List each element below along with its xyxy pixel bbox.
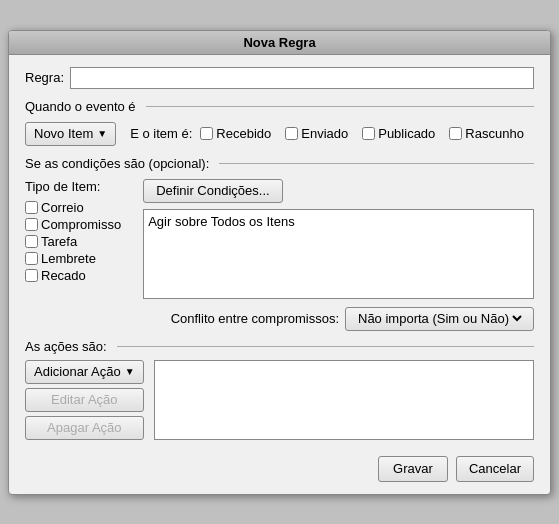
checkbox-rascunho-input[interactable]	[449, 127, 462, 140]
conflict-dropdown[interactable]: Não importa (Sim ou Não) Sim Não	[354, 310, 525, 327]
save-button[interactable]: Gravar	[378, 456, 448, 482]
regra-input[interactable]	[70, 67, 534, 89]
checkbox-publicado[interactable]: Publicado	[362, 126, 435, 141]
conditions-right: Definir Condições... Agir sobre Todos os…	[143, 179, 534, 299]
novo-item-button[interactable]: Novo Item ▼	[25, 122, 116, 146]
nova-regra-window: Nova Regra Regra: Quando o evento é Novo…	[8, 30, 551, 495]
conflict-label: Conflito entre compromissos:	[171, 311, 339, 326]
conditions-header: Se as condições são (opcional):	[25, 156, 209, 171]
checkbox-enviado-input[interactable]	[285, 127, 298, 140]
checkbox-recado[interactable]: Recado	[25, 268, 121, 283]
window-title: Nova Regra	[243, 35, 315, 50]
checkbox-tarefa-input[interactable]	[25, 235, 38, 248]
checkbox-enviado[interactable]: Enviado	[285, 126, 348, 141]
checkbox-tarefa[interactable]: Tarefa	[25, 234, 121, 249]
item-types-label: Tipo de Item:	[25, 179, 131, 194]
edit-action-button[interactable]: Editar Ação	[25, 388, 144, 412]
cancel-button[interactable]: Cancelar	[456, 456, 534, 482]
add-action-arrow: ▼	[125, 366, 135, 377]
checkbox-rascunho[interactable]: Rascunho	[449, 126, 524, 141]
define-conditions-button[interactable]: Definir Condições...	[143, 179, 282, 203]
quando-label: Quando o evento é	[25, 99, 136, 114]
actions-header: As ações são:	[25, 339, 107, 354]
item-types-panel: Tipo de Item: Correio Compromisso Tarefa	[25, 179, 131, 299]
actions-separator	[117, 346, 534, 347]
titlebar: Nova Regra	[9, 31, 550, 55]
checkbox-correio[interactable]: Correio	[25, 200, 121, 215]
actions-buttons-panel: Adicionar Ação ▼ Editar Ação Apagar Ação	[25, 360, 144, 440]
e-o-item-label: E o item é:	[130, 126, 192, 141]
novo-item-arrow: ▼	[97, 128, 107, 139]
checkbox-publicado-input[interactable]	[362, 127, 375, 140]
checkbox-lembrete[interactable]: Lembrete	[25, 251, 121, 266]
actions-list	[154, 360, 534, 440]
checkbox-recebido-input[interactable]	[200, 127, 213, 140]
regra-label: Regra:	[25, 70, 64, 85]
checkbox-compromisso[interactable]: Compromisso	[25, 217, 121, 232]
conflict-select[interactable]: Não importa (Sim ou Não) Sim Não	[345, 307, 534, 331]
conditions-separator	[219, 163, 534, 164]
checkbox-correio-input[interactable]	[25, 201, 38, 214]
checkbox-lembrete-input[interactable]	[25, 252, 38, 265]
checkbox-compromisso-input[interactable]	[25, 218, 38, 231]
delete-action-button[interactable]: Apagar Ação	[25, 416, 144, 440]
checkbox-recado-input[interactable]	[25, 269, 38, 282]
event-separator	[146, 106, 534, 107]
add-action-button[interactable]: Adicionar Ação ▼	[25, 360, 144, 384]
conditions-textarea[interactable]: Agir sobre Todos os Itens	[143, 209, 534, 299]
checkbox-recebido[interactable]: Recebido	[200, 126, 271, 141]
